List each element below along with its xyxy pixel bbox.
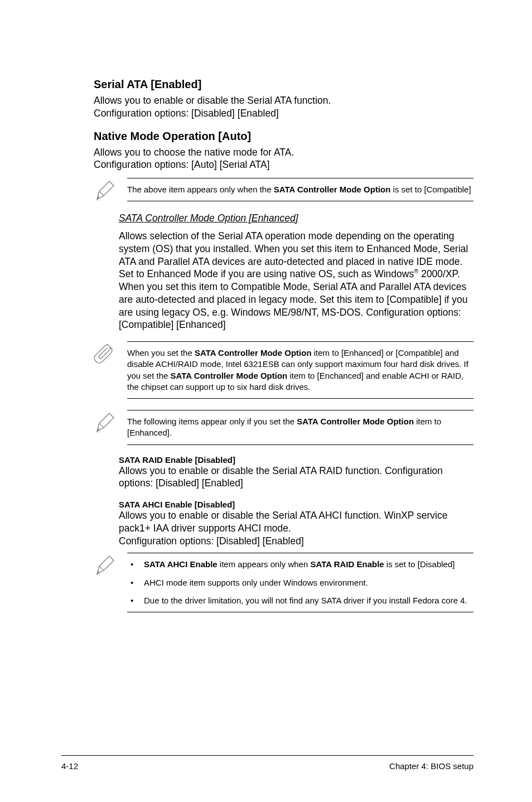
note4-b1-mid: item appears only when bbox=[217, 559, 311, 569]
page-number: 4-12 bbox=[61, 761, 78, 771]
note2-bold1: SATA Controller Mode Option bbox=[195, 348, 312, 357]
note4-b1-bold2: SATA RAID Enable bbox=[310, 559, 384, 569]
chapter-label: Chapter 4: BIOS setup bbox=[389, 761, 473, 771]
note4-b1-post: is set to [Disabled] bbox=[384, 559, 455, 569]
note3-bold: SATA Controller Mode Option bbox=[297, 417, 414, 426]
pencil-icon bbox=[94, 553, 127, 577]
note-enhanced-requirement: The following items appear only if you s… bbox=[94, 410, 473, 445]
body-serial-ata: Allows you to enable or disable the Seri… bbox=[94, 94, 473, 120]
paperclip-icon bbox=[94, 341, 127, 366]
note-bold: SATA Controller Mode Option bbox=[274, 185, 391, 194]
note4-bullet-3: Due to the driver limitation, you will n… bbox=[127, 595, 473, 606]
body-sata-raid: Allows you to enable or disable the Seri… bbox=[119, 465, 473, 490]
note2-bold2: SATA Controller Mode Option bbox=[171, 371, 288, 380]
note-compatible-requirement: The above item appears only when the SAT… bbox=[94, 178, 473, 202]
subheading-sata-controller: SATA Controller Mode Option [Enhanced] bbox=[119, 212, 473, 224]
page-footer: 4-12 Chapter 4: BIOS setup bbox=[61, 755, 473, 771]
heading-native-mode: Native Mode Operation [Auto] bbox=[94, 130, 473, 143]
pencil-icon bbox=[94, 178, 127, 202]
note4-bullet-2: AHCI mode item supports only under Windo… bbox=[127, 577, 473, 588]
note-drive-support: When you set the SATA Controller Mode Op… bbox=[94, 341, 473, 399]
note-ahci-details: SATA AHCI Enable item appears only when … bbox=[94, 553, 473, 612]
body-native-mode: Allows you to choose the native mode for… bbox=[94, 146, 473, 172]
note3-pre: The following items appear only if you s… bbox=[127, 417, 297, 426]
heading-sata-raid: SATA RAID Enable [Disabled] bbox=[119, 455, 473, 465]
note-text-post: is set to [Compatible] bbox=[390, 185, 471, 194]
body-sata-controller: Allows selection of the Serial ATA opera… bbox=[119, 230, 473, 331]
note-text: The above item appears only when the bbox=[127, 185, 274, 194]
pencil-icon bbox=[94, 410, 127, 434]
note2-pre: When you set the bbox=[127, 348, 195, 357]
note4-bullet-1: SATA AHCI Enable item appears only when … bbox=[127, 559, 473, 570]
body-sata-ahci: Allows you to enable or disable the Seri… bbox=[119, 509, 473, 547]
note4-b1-bold1: SATA AHCI Enable bbox=[144, 559, 217, 569]
heading-serial-ata: Serial ATA [Enabled] bbox=[94, 78, 473, 91]
heading-sata-ahci: SATA AHCI Enable [Disabled] bbox=[119, 500, 473, 509]
